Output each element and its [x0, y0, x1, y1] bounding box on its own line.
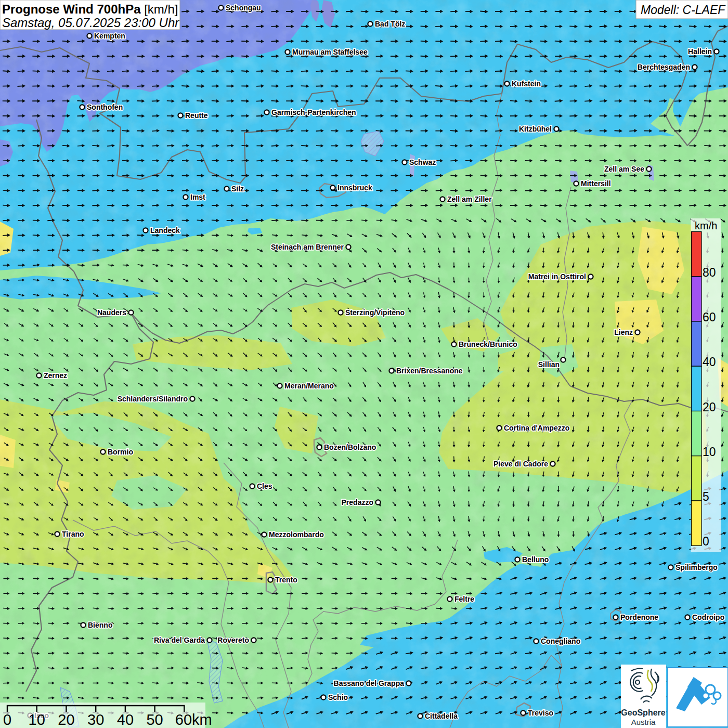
svg-text:Matrei in Osttirol: Matrei in Osttirol	[528, 272, 586, 281]
svg-text:Bad Tölz: Bad Tölz	[375, 20, 405, 28]
svg-text:20: 20	[58, 711, 74, 728]
svg-text:Schlanders/Silandro: Schlanders/Silandro	[118, 395, 188, 403]
svg-text:Hallein: Hallein	[688, 47, 712, 56]
svg-text:Schongau: Schongau	[226, 4, 261, 12]
svg-text:0: 0	[703, 535, 709, 548]
svg-text:Riva del Garda: Riva del Garda	[154, 636, 205, 644]
svg-text:60km: 60km	[175, 711, 212, 728]
svg-text:Schwaz: Schwaz	[409, 158, 436, 166]
svg-text:40: 40	[117, 711, 134, 728]
svg-text:Trento: Trento	[275, 576, 297, 584]
svg-text:Kempten: Kempten	[94, 32, 125, 40]
svg-text:Nauders: Nauders	[97, 308, 126, 317]
svg-text:Brixen/Bressanone: Brixen/Bressanone	[396, 367, 463, 375]
svg-text:Tirano: Tirano	[62, 530, 84, 538]
svg-text:GeoSphere: GeoSphere	[621, 708, 665, 717]
svg-text:Zell am See: Zell am See	[604, 165, 644, 173]
svg-text:Rovereto: Rovereto	[217, 636, 249, 644]
svg-text:Bormio: Bormio	[108, 448, 133, 456]
svg-text:30: 30	[87, 711, 104, 728]
svg-text:Codroipo: Codroipo	[692, 613, 724, 621]
svg-text:Innsbruck: Innsbruck	[337, 184, 372, 192]
svg-text:Predazzo: Predazzo	[342, 498, 373, 506]
svg-text:Meran/Merano: Meran/Merano	[284, 382, 334, 390]
svg-text:Landeck: Landeck	[150, 226, 180, 235]
svg-text:Schio: Schio	[328, 693, 348, 701]
svg-text:Silz: Silz	[231, 185, 244, 193]
svg-text:Imst: Imst	[190, 193, 205, 201]
svg-text:Modell: C-LAEF: Modell: C-LAEF	[641, 3, 726, 17]
svg-text:10: 10	[703, 445, 716, 459]
svg-text:Samstag, 05.07.2025 23:00 Uhr: Samstag, 05.07.2025 23:00 Uhr	[2, 16, 179, 30]
svg-text:Bassano del Grappa: Bassano del Grappa	[334, 679, 405, 687]
svg-text:Kitzbühel: Kitzbühel	[519, 125, 552, 133]
svg-text:Prognose Wind 700hPa [km/h]: Prognose Wind 700hPa [km/h]	[2, 2, 178, 16]
svg-text:10: 10	[29, 711, 45, 728]
svg-text:Murnau am Staffelsee: Murnau am Staffelsee	[292, 48, 368, 56]
svg-text:20: 20	[703, 400, 716, 414]
svg-text:Treviso: Treviso	[528, 709, 553, 717]
svg-text:40: 40	[703, 355, 716, 369]
svg-text:50: 50	[146, 711, 163, 728]
svg-text:Feltre: Feltre	[454, 595, 474, 603]
svg-text:Zernez: Zernez	[44, 371, 67, 380]
svg-text:km/h: km/h	[695, 220, 717, 231]
svg-text:Sonthofen: Sonthofen	[87, 103, 123, 111]
svg-text:Pordenone: Pordenone	[620, 613, 658, 621]
svg-text:Sterzing/Vipiteno: Sterzing/Vipiteno	[345, 308, 405, 317]
svg-text:Mezzolombardo: Mezzolombardo	[269, 530, 324, 539]
svg-text:Spilimbergo: Spilimbergo	[675, 563, 718, 571]
svg-text:80: 80	[703, 266, 716, 279]
svg-text:Bruneck/Brunico: Bruneck/Brunico	[459, 340, 517, 348]
svg-text:Lienz: Lienz	[614, 328, 633, 336]
svg-text:Bozen/Bolzano: Bozen/Bolzano	[324, 443, 376, 451]
svg-text:Kufstein: Kufstein	[512, 80, 541, 88]
svg-text:Pieve di Cadore: Pieve di Cadore	[493, 460, 548, 468]
svg-text:5: 5	[703, 490, 709, 503]
svg-text:Mittersill: Mittersill	[581, 179, 611, 188]
svg-text:Bienno: Bienno	[88, 621, 112, 629]
svg-text:Cles: Cles	[257, 482, 272, 490]
svg-text:Berchtesgaden: Berchtesgaden	[638, 63, 690, 71]
svg-text:0: 0	[3, 711, 11, 728]
svg-text:60: 60	[703, 310, 716, 324]
svg-text:Zell am Ziller: Zell am Ziller	[447, 195, 492, 203]
svg-text:Garmisch-Partenkirchen: Garmisch-Partenkirchen	[271, 108, 356, 116]
svg-text:Steinach am Brenner: Steinach am Brenner	[271, 243, 344, 251]
svg-text:Austria: Austria	[631, 718, 656, 726]
svg-text:Sillian: Sillian	[538, 360, 560, 369]
svg-text:Cortina d'Ampezzo: Cortina d'Ampezzo	[504, 424, 569, 432]
svg-text:Cittadella: Cittadella	[425, 712, 458, 720]
svg-text:Conegliano: Conegliano	[541, 637, 580, 645]
svg-text:Belluno: Belluno	[522, 555, 549, 564]
svg-text:Reutte: Reutte	[185, 111, 208, 120]
